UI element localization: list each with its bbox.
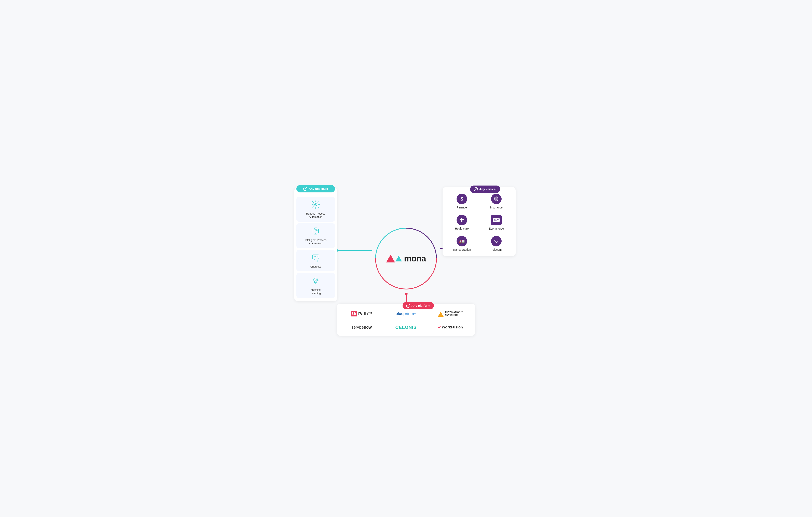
vertical-grid: $ Finance Insurance ✚ Healthcare [442,187,516,256]
vertical-panel: ✓ Any vertical $ Finance Insurance [442,185,516,256]
vertical-telecom: Telecom [480,234,512,253]
svg-rect-19 [315,230,316,231]
finance-label: Finance [457,206,467,209]
mona-logo: mona [386,254,426,263]
uipath-box: Ui [351,311,357,316]
svg-line-15 [312,207,313,208]
vertical-transportation: 🚛 Transportation [446,234,478,253]
uipath-logo: Ui Path™ [351,311,372,316]
diagram-container: ✓ Any use case Robo [294,181,518,336]
chatbots-label: Chatbots [310,265,321,268]
platform-workfusion: ✔ WorkFusion [430,322,471,333]
vertical-healthcare: ✚ Healthcare [446,213,478,232]
svg-point-32 [314,278,318,282]
ml-label: MachineLearning [311,288,321,295]
any-use-case-badge: ✓ Any use case [296,185,335,193]
ecommerce-icon: BUY [491,215,502,225]
use-case-chatbots: Chatbots [296,250,335,271]
svg-rect-29 [314,260,317,262]
vertical-insurance: Insurance [480,192,512,211]
svg-point-31 [316,261,317,261]
chatbots-icon [311,253,321,263]
aa-logo: AUTOMATION™ANYWHERE [438,311,463,317]
uipath-path: Path™ [358,311,372,316]
platform-panel: ✓ Any platform Ui Path™ blueprism™ [337,302,475,336]
svg-point-26 [314,256,315,257]
svg-line-14 [318,201,319,202]
check-icon: ✓ [303,187,307,191]
ml-icon [311,276,321,287]
mona-triangles [386,255,402,262]
workfusion-logo: ✔ WorkFusion [438,325,463,329]
insurance-label: Insurance [490,206,502,209]
platform-badge-label: Any platform [411,304,430,307]
svg-point-27 [315,256,316,257]
ipa-icon [311,226,321,237]
platform-automation-anywhere: AUTOMATION™ANYWHERE [430,309,471,319]
transportation-icon: 🚛 [457,236,467,247]
aa-text: AUTOMATION™ANYWHERE [445,311,463,316]
transportation-label: Transportation [453,248,471,251]
svg-rect-20 [317,230,317,231]
use-case-badge-label: Any use case [309,187,328,191]
ecommerce-label: Ecommerce [489,227,504,230]
servicenow-logo: servicenow [352,325,372,329]
telecom-icon [491,236,502,247]
svg-point-33 [315,279,317,281]
center-circle: mona [372,224,440,293]
vertical-ecommerce: BUY Ecommerce [480,213,512,232]
healthcare-label: Healthcare [455,227,469,230]
triangle-teal [396,256,402,261]
platform-celonis: CELONIS [385,322,427,333]
svg-rect-18 [314,230,315,231]
healthcare-icon: ✚ [457,215,467,225]
use-case-ml: MachineLearning [296,273,335,298]
svg-line-16 [318,207,319,208]
check-icon-vertical: ✓ [474,187,478,191]
use-case-rpa: Robotic ProcessAutomation [296,197,335,222]
insurance-icon [491,194,502,204]
svg-point-30 [315,261,316,261]
platform-servicenow: servicenow [341,322,382,333]
check-icon-platform: ✓ [406,304,410,308]
rpa-label: Robotic ProcessAutomation [306,212,325,219]
platform-blueprism: blueprism™ [385,309,427,319]
workfusion-text: WorkFusion [442,325,463,329]
triangle-red [386,255,395,262]
svg-point-12 [315,204,316,205]
telecom-label: Telecom [491,248,502,251]
celonis-logo: CELONIS [396,325,417,330]
any-platform-badge: ✓ Any platform [403,302,434,309]
finance-icon: $ [457,194,467,204]
workfusion-check-icon: ✔ [438,325,441,329]
vertical-badge-label: Any vertical [479,188,496,191]
use-case-ipa: Intelligent ProcessAutomation [296,223,335,248]
svg-line-13 [312,201,313,202]
mona-wordmark: mona [404,254,426,263]
rpa-icon [311,200,321,210]
ipa-label: Intelligent ProcessAutomation [305,238,326,246]
any-vertical-badge: ✓ Any vertical [470,185,500,193]
platform-uipath: Ui Path™ [341,309,382,319]
vertical-finance: $ Finance [446,192,478,211]
blueprism-logo: blueprism™ [396,311,417,316]
use-case-panel: ✓ Any use case Robo [294,188,337,301]
svg-point-28 [317,256,318,257]
